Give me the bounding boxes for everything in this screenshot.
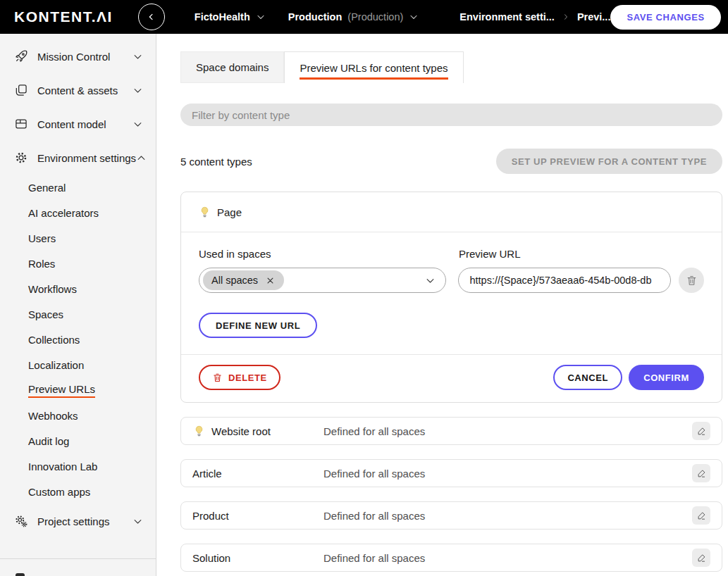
edit-button[interactable] [692, 422, 710, 440]
sidebar-item-collections[interactable]: Collections [0, 327, 156, 352]
content-type-name: Page [217, 206, 242, 218]
sidebar-item-content-assets[interactable]: Content & assets [0, 73, 156, 107]
cancel-button[interactable]: CANCEL [553, 365, 622, 390]
sidebar-item-label: Users [28, 232, 56, 244]
delete-url-button[interactable] [679, 268, 704, 293]
content-model-icon [14, 117, 28, 131]
gear-icon [14, 151, 28, 165]
table-row-product[interactable]: Product Defined for all spaces [180, 501, 722, 530]
tab-label: Preview URLs for content types [300, 62, 448, 74]
edit-button[interactable] [692, 506, 710, 525]
preview-url-label: Preview URL [459, 248, 521, 260]
sidebar-item-label: Content model [37, 118, 106, 130]
environment-name: Production [288, 11, 343, 23]
environment-switcher[interactable]: Production (Production) [288, 11, 419, 23]
trash-icon [686, 275, 698, 287]
lightbulb-icon [192, 425, 206, 438]
sidebar-item-general[interactable]: General [0, 175, 156, 200]
sidebar-item-custom-apps[interactable]: Custom apps [0, 479, 156, 504]
preview-url-input[interactable] [458, 268, 671, 293]
tab-preview-urls-for-content-types[interactable]: Preview URLs for content types [284, 51, 463, 83]
sidebar-item-ai-accelerators[interactable]: AI accelerators [0, 200, 156, 225]
sidebar-item-content-model[interactable]: Content model [0, 107, 156, 141]
project-switcher[interactable]: FictoHealth [195, 11, 266, 23]
save-changes-button[interactable]: SAVE CHANGES [610, 5, 720, 30]
sidebar-item-label: Collections [28, 334, 80, 346]
sidebar-item-label: Content & assets [37, 84, 118, 96]
tab-space-domains[interactable]: Space domains [180, 51, 284, 83]
list-header: 5 content types SET UP PREVIEW FOR A CON… [180, 149, 722, 174]
sidebar-divider [0, 558, 156, 559]
sidebar-item-spaces[interactable]: Spaces [0, 301, 156, 327]
sidebar-item-label: Custom apps [28, 486, 90, 498]
used-in-spaces-label: Used in spaces [199, 248, 459, 260]
sidebar-item-environment-settings[interactable]: Environment settings [0, 141, 156, 175]
sidebar-item-mission-control[interactable]: Mission Control [0, 39, 156, 73]
trash-icon [212, 372, 223, 383]
sidebar-item-workflows[interactable]: Workflows [0, 276, 156, 301]
pencil-icon [696, 468, 707, 479]
breadcrumb-preview-urls[interactable]: Previ... [577, 11, 611, 23]
chevron-down-icon [132, 85, 143, 96]
tab-label: Space domains [196, 61, 269, 73]
environment-suffix: (Production) [347, 11, 403, 23]
content-assets-icon [14, 83, 28, 97]
set-up-preview-button[interactable]: SET UP PREVIEW FOR A CONTENT TYPE [496, 149, 722, 174]
lightbulb-icon [198, 206, 211, 219]
sidebar-item-audit-log[interactable]: Audit log [0, 428, 156, 453]
card-header: Page [181, 192, 722, 232]
sidebar-item-label: Roles [28, 258, 55, 270]
sidebar-item-label: Preview URLs [28, 383, 95, 398]
define-new-url-button[interactable]: DEFINE NEW URL [199, 313, 317, 338]
row-name-cell: Website root [192, 425, 323, 438]
sidebar-item-webhooks[interactable]: Webhooks [0, 403, 156, 428]
table-row-solution[interactable]: Solution Defined for all spaces [180, 544, 722, 572]
sidebar-item-label: Mission Control [37, 51, 110, 63]
remove-chip-icon[interactable] [265, 275, 276, 286]
table-row-article[interactable]: Article Defined for all spaces [180, 459, 722, 487]
back-button[interactable] [138, 4, 165, 30]
content-type-name: Website root [211, 425, 271, 437]
kontent-ai-logo: KONTENT.ΛI [14, 8, 113, 25]
edit-button[interactable] [692, 464, 710, 482]
card-body: Used in spaces Preview URL All spaces [181, 232, 722, 338]
sidebar-item-preview-urls[interactable]: Preview URLs [0, 377, 156, 403]
filter-content-type-input[interactable] [180, 104, 722, 126]
sidebar-item-label: Workflows [28, 283, 77, 295]
chevron-down-icon [409, 12, 419, 22]
pencil-icon [696, 426, 707, 437]
top-bar: KONTENT.ΛI FictoHealth Production (Produ… [0, 0, 728, 34]
sidebar-item-roles[interactable]: Roles [0, 251, 156, 276]
sidebar-item-localization[interactable]: Localization [0, 352, 156, 377]
sidebar-item-label: AI accelerators [28, 207, 99, 219]
sidebar-item-users[interactable]: Users [0, 225, 156, 251]
breadcrumb-environment-settings[interactable]: Environment setti... [459, 11, 555, 23]
sidebar-item-project-settings[interactable]: Project settings [0, 504, 156, 538]
sidebar-item-innovation-lab[interactable]: Innovation Lab [0, 453, 156, 479]
content-type-name: Solution [192, 552, 230, 564]
sidebar-item-label: Webhooks [28, 410, 78, 422]
rocket-icon [14, 49, 28, 63]
chevron-down-icon [132, 51, 143, 62]
sidebar-item-label: Audit log [28, 435, 69, 447]
chevron-left-icon [146, 11, 157, 23]
chevron-down-icon [132, 119, 143, 130]
gears-icon [14, 514, 28, 528]
partially-visible-icon [16, 573, 25, 576]
sidebar-item-label: Spaces [28, 308, 63, 320]
chevron-down-icon [256, 12, 266, 22]
breadcrumb: Environment setti... Previ... [459, 11, 610, 23]
edit-button[interactable] [692, 549, 710, 567]
row-name-cell: Solution [192, 552, 323, 564]
confirm-button[interactable]: CONFIRM [629, 365, 704, 390]
row-status: Defined for all spaces [323, 510, 425, 522]
main-content: Space domains Preview URLs for content t… [157, 34, 728, 576]
sidebar-item-label: Innovation Lab [28, 461, 97, 472]
card-footer: DELETE CANCEL CONFIRM [181, 354, 722, 402]
table-row-website-root[interactable]: Website root Defined for all spaces [180, 417, 722, 445]
sidebar-item-label: Localization [28, 359, 84, 371]
sidebar: Mission Control Content & assets Content… [0, 34, 156, 576]
delete-button[interactable]: DELETE [199, 365, 280, 390]
used-in-spaces-select[interactable]: All spaces [199, 268, 446, 293]
row-name-cell: Product [192, 510, 323, 522]
